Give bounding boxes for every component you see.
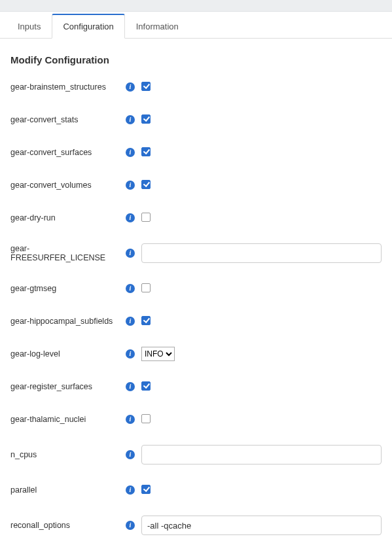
info-icon[interactable]: i: [126, 181, 135, 190]
info-icon[interactable]: i: [126, 82, 135, 92]
field-control: [141, 516, 382, 535]
field-control: [141, 180, 151, 191]
field-control: [141, 316, 151, 327]
checkbox-convert-volumes[interactable]: [141, 180, 151, 189]
field-row-register-surfaces: gear-register_surfaces i: [10, 379, 382, 394]
tab-configuration[interactable]: Configuration: [52, 14, 124, 39]
field-label: gear-thalamic_nuclei i: [10, 415, 141, 424]
info-icon[interactable]: i: [126, 450, 135, 459]
field-control: [141, 414, 151, 425]
field-control: [141, 147, 151, 158]
field-control: [141, 213, 151, 224]
checkbox-register-surfaces[interactable]: [141, 381, 151, 391]
info-icon[interactable]: i: [126, 485, 135, 495]
input-freesurfer-license[interactable]: [141, 243, 382, 263]
field-row-gtmseg: gear-gtmseg i: [10, 281, 382, 296]
field-control: [141, 381, 151, 393]
field-label: gear-brainstem_structures i: [10, 82, 141, 92]
field-control: [141, 82, 151, 93]
checkbox-parallel[interactable]: [141, 485, 151, 494]
label-text: n_cpus: [10, 450, 120, 459]
field-control: [141, 243, 382, 263]
window-titlebar: [0, 0, 392, 12]
field-label: gear-convert_surfaces i: [10, 148, 141, 157]
field-row-convert-volumes: gear-convert_volumes i: [10, 178, 382, 192]
checkbox-convert-stats[interactable]: [141, 114, 151, 124]
label-text: gear-log-level: [10, 349, 120, 359]
info-icon[interactable]: i: [126, 382, 135, 391]
field-label: reconall_options i: [10, 521, 141, 530]
label-text: gear-convert_surfaces: [10, 148, 120, 157]
info-icon[interactable]: i: [126, 317, 135, 326]
checkbox-convert-surfaces[interactable]: [141, 147, 151, 156]
label-text: gear-convert_stats: [10, 115, 120, 124]
checkbox-hippocampal[interactable]: [141, 316, 151, 325]
checkbox-thalamic[interactable]: [141, 414, 151, 423]
label-text: gear-brainstem_structures: [10, 82, 120, 92]
field-row-n-cpus: n_cpus i: [10, 445, 382, 464]
field-label: gear-register_surfaces i: [10, 382, 141, 391]
field-label: gear-FREESURFER_LICENSE i: [10, 244, 141, 262]
field-row-hippocampal: gear-hippocampal_subfields i: [10, 314, 382, 328]
info-icon[interactable]: i: [126, 284, 135, 293]
label-text: gear-dry-run: [10, 213, 120, 222]
configuration-panel: Modify Configuration gear-brainstem_stru…: [0, 39, 392, 543]
info-icon[interactable]: i: [126, 148, 135, 157]
input-n-cpus[interactable]: [141, 445, 382, 464]
field-label: n_cpus i: [10, 450, 141, 459]
field-row-convert-surfaces: gear-convert_surfaces i: [10, 145, 382, 160]
field-label: gear-convert_stats i: [10, 115, 141, 124]
label-text: gear-FREESURFER_LICENSE: [10, 244, 120, 262]
label-text: gear-gtmseg: [10, 284, 120, 293]
input-reconall[interactable]: [141, 516, 382, 535]
info-icon[interactable]: i: [126, 521, 135, 530]
section-title: Modify Configuration: [10, 54, 382, 65]
field-control: [141, 445, 382, 464]
label-text: parallel: [10, 485, 120, 495]
label-text: reconall_options: [10, 521, 120, 530]
tab-information[interactable]: Information: [125, 14, 190, 39]
checkbox-brainstem[interactable]: [141, 82, 151, 91]
label-text: gear-hippocampal_subfields: [10, 317, 120, 326]
field-control: [141, 283, 151, 294]
field-row-freesurfer-license: gear-FREESURFER_LICENSE i: [10, 243, 382, 263]
info-icon[interactable]: i: [126, 213, 135, 222]
field-row-reconall: reconall_options i: [10, 516, 382, 535]
field-label: gear-log-level i: [10, 349, 141, 359]
field-row-thalamic: gear-thalamic_nuclei i: [10, 412, 382, 427]
field-label: parallel i: [10, 485, 141, 495]
label-text: gear-convert_volumes: [10, 181, 120, 190]
field-label: gear-dry-run i: [10, 213, 141, 222]
field-row-log-level: gear-log-level i INFO: [10, 347, 382, 361]
field-control: INFO: [141, 347, 175, 361]
field-label: gear-hippocampal_subfields i: [10, 317, 141, 326]
info-icon[interactable]: i: [126, 115, 135, 124]
label-text: gear-register_surfaces: [10, 382, 120, 391]
checkbox-dry-run[interactable]: [141, 213, 151, 222]
tab-inputs[interactable]: Inputs: [7, 14, 52, 39]
field-row-dry-run: gear-dry-run i: [10, 211, 382, 225]
checkbox-gtmseg[interactable]: [141, 283, 151, 292]
info-icon[interactable]: i: [126, 415, 135, 424]
field-control: [141, 485, 151, 496]
label-text: gear-thalamic_nuclei: [10, 415, 120, 424]
field-label: gear-gtmseg i: [10, 284, 141, 293]
info-icon[interactable]: i: [126, 249, 135, 258]
field-label: gear-convert_volumes i: [10, 181, 141, 190]
field-row-convert-stats: gear-convert_stats i: [10, 113, 382, 127]
field-control: [141, 114, 151, 126]
tab-bar: Inputs Configuration Information: [0, 13, 392, 39]
field-row-brainstem: gear-brainstem_structures i: [10, 80, 382, 94]
field-row-parallel: parallel i: [10, 483, 382, 497]
info-icon[interactable]: i: [126, 349, 135, 359]
select-log-level[interactable]: INFO: [141, 347, 175, 361]
